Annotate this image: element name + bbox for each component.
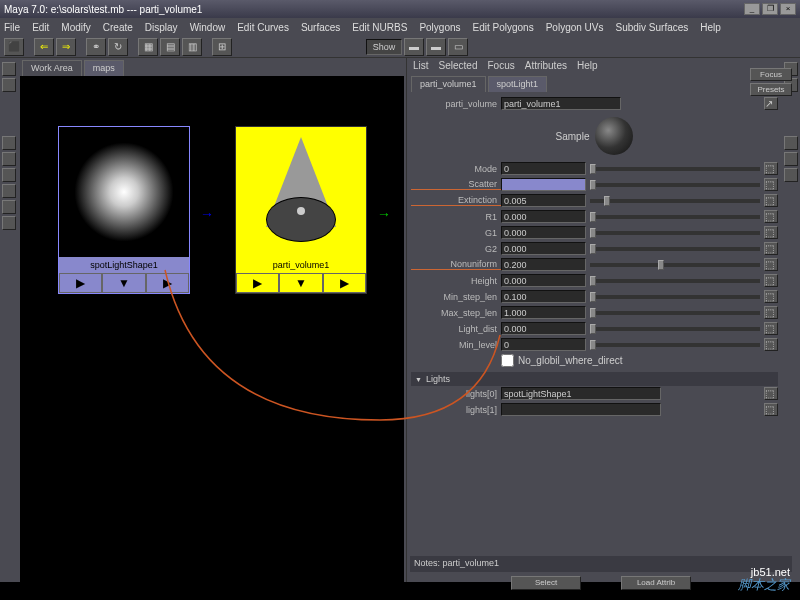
param-input-8[interactable] (501, 290, 586, 303)
param-connect-3[interactable]: ⬚ (764, 210, 778, 223)
param-slider-7[interactable] (590, 279, 760, 283)
tool-right-icon[interactable]: ⇒ (56, 38, 76, 56)
param-connect-10[interactable]: ⬚ (764, 322, 778, 335)
show-button[interactable]: Show (366, 39, 402, 55)
attr-menu-focus[interactable]: Focus (487, 60, 514, 72)
rtool-5[interactable] (784, 168, 798, 182)
menu-surfaces[interactable]: Surfaces (301, 22, 340, 33)
param-slider-9[interactable] (590, 311, 760, 315)
menu-subdiv[interactable]: Subdiv Surfaces (615, 22, 688, 33)
presets-button[interactable]: Presets (750, 92, 782, 96)
param-input-9[interactable] (501, 306, 586, 319)
param-input-1[interactable] (501, 178, 586, 191)
param-connect-5[interactable]: ⬚ (764, 242, 778, 255)
node-parti-volume[interactable]: parti_volume1 ▶ ▼ ▶ (235, 126, 367, 294)
tool-expand-icon[interactable]: ⊞ (212, 38, 232, 56)
light-connect-0[interactable]: ⬚ (764, 387, 778, 400)
ltool-8[interactable] (2, 216, 16, 230)
tool-home-icon[interactable]: ⬛ (4, 38, 24, 56)
param-input-3[interactable] (501, 210, 586, 223)
param-slider-0[interactable] (590, 167, 760, 171)
param-slider-5[interactable] (590, 247, 760, 251)
ltool-5[interactable] (2, 168, 16, 182)
tool-view2-icon[interactable]: ▬ (426, 38, 446, 56)
lights-section-header[interactable]: Lights (411, 372, 778, 386)
ltool-1[interactable] (2, 62, 16, 76)
param-connect-7[interactable]: ⬚ (764, 274, 778, 287)
param-input-0[interactable] (501, 162, 586, 175)
param-connect-4[interactable]: ⬚ (764, 226, 778, 239)
notes-header[interactable]: Notes: parti_volume1 (410, 556, 792, 572)
tool-grid1-icon[interactable]: ▦ (138, 38, 158, 56)
param-connect-1[interactable]: ⬚ (764, 178, 778, 191)
param-slider-8[interactable] (590, 295, 760, 299)
node-arrow-right2-icon[interactable]: ▶ (146, 273, 189, 293)
param-connect-6[interactable]: ⬚ (764, 258, 778, 271)
menu-editcurves[interactable]: Edit Curves (237, 22, 289, 33)
attr-menu-list[interactable]: List (413, 60, 429, 72)
tool-grid2-icon[interactable]: ▤ (160, 38, 180, 56)
node2-arrow-right-icon[interactable]: ▶ (236, 273, 279, 293)
param-slider-2[interactable] (590, 199, 760, 203)
node2-arrow-right2-icon[interactable]: ▶ (323, 273, 366, 293)
param-slider-1[interactable] (590, 183, 760, 187)
minimize-button[interactable]: _ (744, 3, 760, 15)
node2-arrow-down-icon[interactable]: ▼ (279, 273, 322, 293)
attr-menu-help[interactable]: Help (577, 60, 598, 72)
param-input-2[interactable] (501, 194, 586, 207)
menu-editnurbs[interactable]: Edit NURBS (352, 22, 407, 33)
menu-create[interactable]: Create (103, 22, 133, 33)
tool-left-icon[interactable]: ⇐ (34, 38, 54, 56)
param-connect-8[interactable]: ⬚ (764, 290, 778, 303)
node-arrow-down-icon[interactable]: ▼ (102, 273, 145, 293)
param-slider-6[interactable] (590, 263, 760, 267)
tool-refresh-icon[interactable]: ↻ (108, 38, 128, 56)
param-input-7[interactable] (501, 274, 586, 287)
param-input-6[interactable] (501, 258, 586, 271)
node-arrow-right-icon[interactable]: ▶ (59, 273, 102, 293)
name-input[interactable] (501, 97, 621, 110)
param-connect-2[interactable]: ⬚ (764, 194, 778, 207)
menu-help[interactable]: Help (700, 22, 721, 33)
node-spotlight[interactable]: spotLightShape1 ▶ ▼ ▶ (58, 126, 190, 294)
menu-edit[interactable]: Edit (32, 22, 49, 33)
sample-sphere-icon[interactable] (595, 117, 633, 155)
menu-polygonuvs[interactable]: Polygon UVs (546, 22, 604, 33)
attr-tab-parti[interactable]: parti_volume1 (411, 76, 486, 92)
attr-tab-spotlight[interactable]: spotLight1 (488, 76, 548, 92)
attr-menu-attributes[interactable]: Attributes (525, 60, 567, 72)
rtool-3[interactable] (784, 136, 798, 150)
rtool-4[interactable] (784, 152, 798, 166)
maximize-button[interactable]: ❐ (762, 3, 778, 15)
ltool-7[interactable] (2, 200, 16, 214)
ltool-6[interactable] (2, 184, 16, 198)
ltool-2[interactable] (2, 78, 16, 92)
param-connect-0[interactable]: ⬚ (764, 162, 778, 175)
ltool-3[interactable] (2, 136, 16, 150)
param-connect-9[interactable]: ⬚ (764, 306, 778, 319)
param-input-4[interactable] (501, 226, 586, 239)
attr-menu-selected[interactable]: Selected (439, 60, 478, 72)
close-button[interactable]: × (780, 3, 796, 15)
light-input-1[interactable] (501, 403, 661, 416)
menu-file[interactable]: File (4, 22, 20, 33)
param-slider-4[interactable] (590, 231, 760, 235)
tool-grid3-icon[interactable]: ▥ (182, 38, 202, 56)
select-button[interactable]: Select (511, 576, 581, 590)
menu-modify[interactable]: Modify (61, 22, 90, 33)
param-slider-10[interactable] (590, 327, 760, 331)
param-input-5[interactable] (501, 242, 586, 255)
light-input-0[interactable] (501, 387, 661, 400)
tool-view3-icon[interactable]: ▭ (448, 38, 468, 56)
tab-workarea[interactable]: Work Area (22, 60, 82, 76)
param-input-10[interactable] (501, 322, 586, 335)
menu-window[interactable]: Window (190, 22, 226, 33)
param-slider-11[interactable] (590, 343, 760, 347)
menu-display[interactable]: Display (145, 22, 178, 33)
tool-link-icon[interactable]: ⚭ (86, 38, 106, 56)
tool-view1-icon[interactable]: ▬ (404, 38, 424, 56)
param-slider-3[interactable] (590, 215, 760, 219)
ltool-4[interactable] (2, 152, 16, 166)
param-input-11[interactable] (501, 338, 586, 351)
no-globil-checkbox[interactable] (501, 354, 514, 367)
